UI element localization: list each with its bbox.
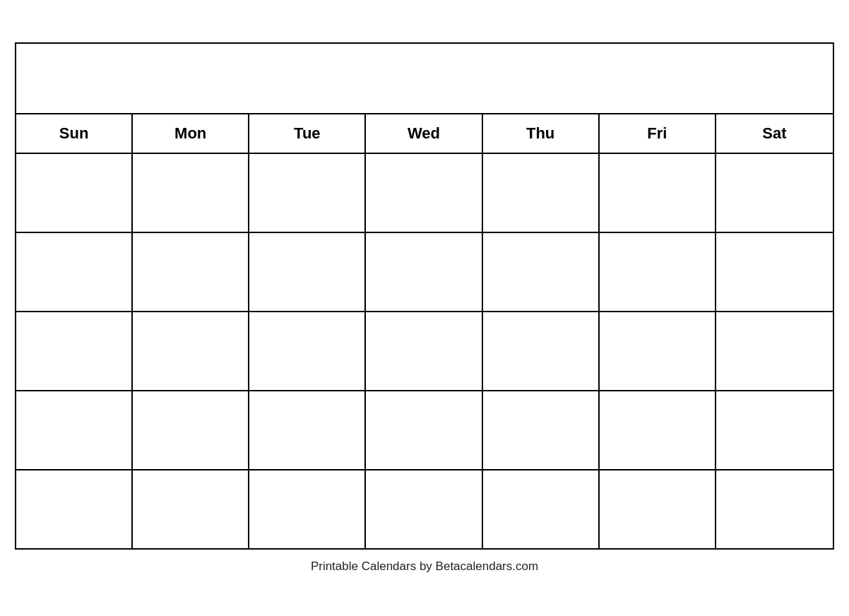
cell-3-4 [366, 312, 482, 390]
calendar-header: Sun Mon Tue Wed Thu Fri Sat [16, 114, 833, 154]
page-wrapper: Sun Mon Tue Wed Thu Fri Sat [15, 42, 834, 574]
calendar-title-row [16, 44, 833, 114]
cell-4-1 [16, 391, 133, 469]
cell-4-7 [716, 391, 833, 469]
cell-5-6 [600, 470, 716, 548]
header-mon: Mon [133, 114, 249, 153]
calendar-row-1 [16, 154, 833, 233]
cell-1-4 [366, 154, 482, 232]
cell-2-6 [600, 233, 716, 311]
calendar-body [16, 154, 833, 548]
cell-3-5 [483, 312, 600, 390]
cell-3-3 [249, 312, 366, 390]
calendar-row-5 [16, 470, 833, 548]
header-sat: Sat [716, 114, 833, 153]
calendar-container: Sun Mon Tue Wed Thu Fri Sat [15, 42, 834, 550]
cell-5-2 [133, 470, 249, 548]
cell-2-3 [249, 233, 366, 311]
cell-4-3 [249, 391, 366, 469]
cell-4-4 [366, 391, 482, 469]
header-thu: Thu [483, 114, 600, 153]
header-tue: Tue [249, 114, 366, 153]
cell-2-4 [366, 233, 482, 311]
cell-4-5 [483, 391, 600, 469]
cell-5-7 [716, 470, 833, 548]
cell-2-7 [716, 233, 833, 311]
cell-1-2 [133, 154, 249, 232]
header-wed: Wed [366, 114, 482, 153]
cell-2-5 [483, 233, 600, 311]
cell-3-7 [716, 312, 833, 390]
calendar-row-2 [16, 233, 833, 312]
cell-4-6 [600, 391, 716, 469]
cell-1-1 [16, 154, 133, 232]
cell-5-4 [366, 470, 482, 548]
cell-3-2 [133, 312, 249, 390]
calendar-row-4 [16, 391, 833, 470]
header-fri: Fri [600, 114, 716, 153]
cell-2-2 [133, 233, 249, 311]
cell-5-1 [16, 470, 133, 548]
cell-1-5 [483, 154, 600, 232]
cell-5-3 [249, 470, 366, 548]
cell-3-1 [16, 312, 133, 390]
cell-5-5 [483, 470, 600, 548]
cell-4-2 [133, 391, 249, 469]
cell-3-6 [600, 312, 716, 390]
cell-1-7 [716, 154, 833, 232]
cell-2-1 [16, 233, 133, 311]
cell-1-3 [249, 154, 366, 232]
calendar-row-3 [16, 312, 833, 391]
footer-text: Printable Calendars by Betacalendars.com [311, 559, 538, 574]
header-sun: Sun [16, 114, 133, 153]
cell-1-6 [600, 154, 716, 232]
